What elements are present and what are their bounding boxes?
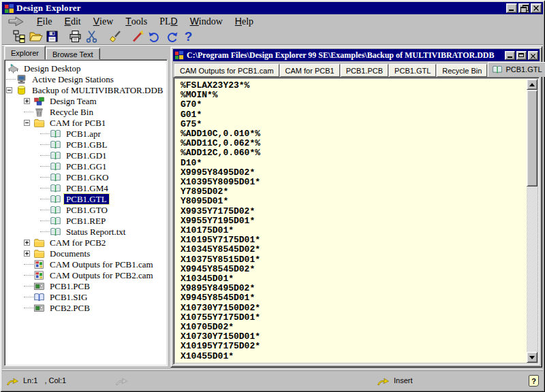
close-button[interactable] bbox=[531, 3, 542, 13]
tree-item[interactable]: PCB1.GG1 bbox=[5, 161, 167, 172]
expand-toggle[interactable] bbox=[24, 98, 30, 104]
tree-connector bbox=[24, 286, 33, 287]
editor-line: D10* bbox=[181, 159, 527, 168]
text-editor[interactable]: %FSLAX23Y23*% %MOIN*% G70* G01* G75* %AD… bbox=[175, 79, 527, 363]
doc-close-button[interactable] bbox=[528, 51, 538, 60]
vertical-scrollbar[interactable] bbox=[527, 79, 538, 363]
document-tab[interactable]: PCB1.PCB bbox=[341, 64, 388, 77]
editor-line: %ADD12C,0.060*% bbox=[181, 148, 527, 158]
brush-button[interactable] bbox=[107, 29, 123, 44]
minimize-icon bbox=[508, 56, 512, 58]
editor-line: X9995Y8495D02* bbox=[181, 168, 527, 178]
document-tab-label: PCB1.PCB bbox=[346, 67, 383, 75]
menu-item[interactable]: Edit bbox=[59, 15, 87, 28]
document-tab[interactable]: CAM Outputs for PCB1.cam bbox=[174, 64, 279, 77]
scrollbar-track[interactable] bbox=[527, 90, 538, 352]
tree-item-label: CAM for PCB1 bbox=[48, 118, 108, 128]
menu-item[interactable]: View bbox=[87, 15, 120, 28]
tree-item[interactable]: PCB1.GKO bbox=[5, 172, 167, 182]
status-help-button[interactable]: ? bbox=[529, 375, 539, 387]
print-icon bbox=[68, 29, 82, 44]
menu-item[interactable]: Tools bbox=[119, 15, 153, 28]
tree-item[interactable]: PCB1.GM4 bbox=[5, 182, 167, 193]
tree-item-label: PCB1.apr bbox=[64, 129, 103, 139]
editor-line: X10375Y8515D01* bbox=[181, 255, 527, 265]
title-bar[interactable]: Design Explorer bbox=[2, 2, 543, 14]
panel-tab[interactable]: Browse Text bbox=[46, 48, 100, 60]
tree-connector bbox=[24, 275, 33, 276]
editor-line: X10455D01* bbox=[181, 352, 527, 361]
scroll-up-button[interactable] bbox=[527, 79, 538, 90]
tree-connector bbox=[40, 199, 50, 199]
wand-button[interactable] bbox=[130, 29, 146, 44]
save-button[interactable] bbox=[44, 29, 61, 44]
print-button[interactable] bbox=[67, 29, 84, 44]
menu-item[interactable]: File bbox=[31, 15, 59, 28]
tree-item[interactable]: PCB1.SIG bbox=[5, 291, 167, 302]
tree-item-label: PCB1.GBL bbox=[64, 140, 109, 150]
redo-button[interactable] bbox=[164, 29, 181, 44]
tree-item[interactable]: Documents bbox=[5, 248, 167, 259]
document-tab[interactable]: Recycle Bin bbox=[437, 64, 487, 77]
expand-toggle[interactable] bbox=[24, 120, 30, 126]
tree-item[interactable]: PCB1.REP bbox=[5, 215, 167, 226]
database-icon bbox=[16, 85, 27, 95]
expand-toggle[interactable] bbox=[24, 240, 30, 246]
doc-minimize-button[interactable] bbox=[505, 51, 515, 60]
menu-item[interactable]: Help bbox=[229, 15, 260, 28]
tree-item-label: Status Report.txt bbox=[64, 227, 127, 237]
tree-item[interactable]: Recycle Bin bbox=[5, 106, 167, 117]
tree-item[interactable]: PCB1.GD1 bbox=[5, 150, 167, 161]
pcbdoc-icon bbox=[33, 303, 45, 313]
restore-button[interactable] bbox=[518, 3, 529, 13]
tree-item[interactable]: PCB1.GTL bbox=[5, 193, 167, 204]
tree-item[interactable]: CAM Outputs for PCB2.cam bbox=[5, 270, 167, 280]
recycle-icon bbox=[33, 107, 45, 117]
editor-line: Y7895D02* bbox=[181, 187, 527, 197]
editor-line: G70* bbox=[181, 100, 527, 110]
undo-button[interactable] bbox=[146, 29, 163, 44]
document-title-bar[interactable]: C:\Program Files\Design Explorer 99 SE\E… bbox=[173, 49, 540, 61]
menu-item[interactable]: PLD bbox=[153, 15, 183, 28]
tree-item[interactable]: Active Design Stations bbox=[5, 74, 167, 84]
open-folder-button[interactable] bbox=[28, 29, 44, 44]
doc-maximize-button[interactable] bbox=[516, 51, 527, 60]
editor-line: X9935Y7175D02* bbox=[181, 207, 527, 216]
document-tab[interactable]: CAM for PCB1 bbox=[280, 64, 340, 77]
expand-toggle[interactable] bbox=[24, 250, 30, 257]
editor-line: X10345D01* bbox=[181, 274, 527, 284]
scrollbar-thumb[interactable] bbox=[527, 90, 538, 186]
pcbdoc-icon bbox=[33, 281, 45, 291]
tree-item[interactable]: PCB1.apr bbox=[5, 128, 167, 139]
minimize-button[interactable] bbox=[506, 3, 517, 13]
textdoc-icon bbox=[50, 194, 61, 204]
close-icon bbox=[531, 4, 541, 12]
tree-connector bbox=[6, 79, 16, 80]
explorer-toggle-button[interactable] bbox=[12, 29, 28, 44]
menu-item[interactable]: Window bbox=[184, 15, 229, 28]
help-button[interactable]: ? bbox=[181, 29, 197, 44]
tree-connector bbox=[40, 220, 50, 221]
scroll-down-button[interactable] bbox=[527, 352, 538, 363]
tree-item[interactable]: Backup of MULTIVIBRATOR.DDB bbox=[5, 84, 167, 95]
tree-item[interactable]: CAM Outputs for PCB1.cam bbox=[5, 259, 167, 270]
tree-item[interactable]: PCB2.PCB bbox=[5, 302, 167, 313]
nav-arrow-icon[interactable] bbox=[7, 16, 25, 27]
expand-toggle[interactable] bbox=[6, 87, 12, 93]
tree-item[interactable]: Design Team bbox=[5, 95, 167, 106]
tree-item[interactable]: PCB1.GTO bbox=[5, 204, 167, 215]
tree-item[interactable]: Status Report.txt bbox=[5, 226, 167, 237]
cut-button[interactable] bbox=[84, 29, 100, 44]
design-tree[interactable]: Design Desktop Active Design Stations Ba… bbox=[4, 59, 168, 366]
document-tab[interactable]: PCB1.GTL bbox=[488, 62, 545, 77]
tree-item[interactable]: CAM for PCB1 bbox=[5, 117, 167, 128]
panel-tab[interactable]: Explorer bbox=[4, 46, 46, 60]
textdoc-icon bbox=[50, 216, 61, 226]
document-tab[interactable]: PCB1.GTL bbox=[389, 64, 436, 77]
tree-item[interactable]: PCB1.GBL bbox=[5, 139, 167, 150]
explorer-toggle-icon bbox=[12, 29, 27, 44]
tree-connector bbox=[40, 188, 50, 189]
tree-item[interactable]: PCB1.PCB bbox=[5, 280, 167, 291]
tree-item[interactable]: Design Desktop bbox=[5, 63, 167, 74]
tree-item[interactable]: CAM for PCB2 bbox=[5, 237, 167, 248]
